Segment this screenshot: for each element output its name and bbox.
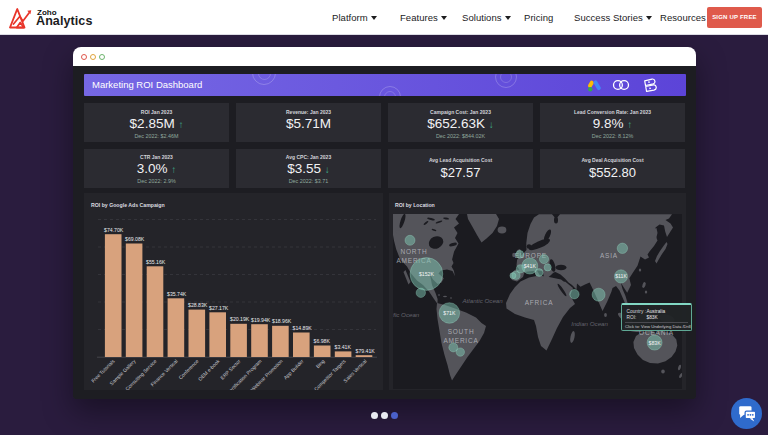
svg-text:$83K: $83K <box>649 340 662 346</box>
svg-text:Indian Ocean: Indian Ocean <box>571 320 608 327</box>
svg-text:$79.41K: $79.41K <box>356 348 376 354</box>
svg-text:$11K: $11K <box>615 273 627 279</box>
svg-text:$74.70K: $74.70K <box>104 227 124 233</box>
svg-text:$19.94K: $19.94K <box>251 317 271 323</box>
svg-text:$69.08K: $69.08K <box>125 236 145 242</box>
svg-text:$152K: $152K <box>419 271 435 277</box>
svg-text:$55.16K: $55.16K <box>146 259 166 265</box>
svg-text:ROI by Location: ROI by Location <box>395 202 435 208</box>
svg-text:$6.98K: $6.98K <box>314 338 331 344</box>
svg-text:AMERICA: AMERICA <box>443 337 478 344</box>
svg-text:$14.89K: $14.89K <box>293 325 313 331</box>
svg-text:Atlantic Ocean: Atlantic Ocean <box>461 297 503 304</box>
svg-text:$18.96K: $18.96K <box>272 318 292 324</box>
svg-text:NORTH: NORTH <box>401 248 428 255</box>
svg-text:cific Ocean: cific Ocean <box>389 311 420 318</box>
svg-text:SOUTH: SOUTH <box>448 328 475 335</box>
svg-text:$20.19K: $20.19K <box>230 316 250 322</box>
svg-text:$27.17K: $27.17K <box>209 305 229 311</box>
svg-text:AFRICA: AFRICA <box>525 299 554 306</box>
svg-text:$71K: $71K <box>443 310 456 316</box>
svg-text:$28.83K: $28.83K <box>188 302 208 308</box>
svg-text:App Builder: App Builder <box>282 358 305 381</box>
svg-text:ASIA: ASIA <box>600 252 618 259</box>
svg-text:$41K: $41K <box>524 263 537 269</box>
svg-text:OEM e-book: OEM e-book <box>197 358 221 382</box>
svg-text:$3.41K: $3.41K <box>335 344 352 350</box>
svg-text:$35.74K: $35.74K <box>167 291 187 297</box>
svg-text:Bing: Bing <box>314 358 325 369</box>
svg-text:ROI by Google Ads Campaign: ROI by Google Ads Campaign <box>91 202 165 208</box>
